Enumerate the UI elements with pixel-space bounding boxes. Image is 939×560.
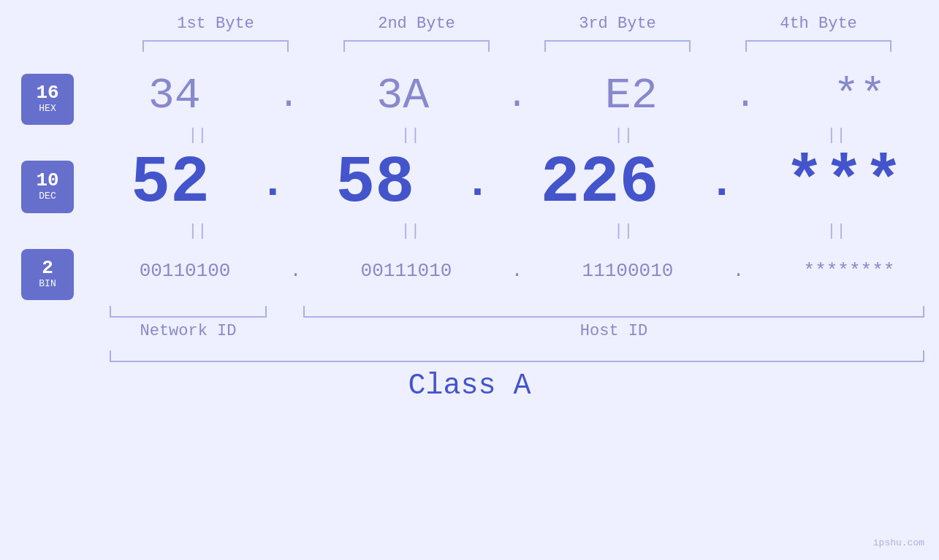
eq1-b3: || — [543, 126, 704, 145]
hex-byte4: ** — [833, 71, 886, 120]
hex-dot3: . — [734, 75, 756, 117]
class-bracket — [110, 350, 924, 362]
top-brackets — [115, 40, 919, 52]
dec-dot2: . — [464, 158, 490, 208]
dec-byte2: 58 — [335, 146, 414, 220]
dec-dot1: . — [259, 158, 286, 208]
bin-byte2: 00111010 — [361, 260, 452, 282]
dec-badge: 10 DEC — [21, 161, 74, 213]
bin-byte3: 11100010 — [582, 260, 674, 282]
bin-byte4: ******** — [804, 260, 895, 282]
dec-byte1: 52 — [131, 146, 210, 220]
bin-dot3: . — [733, 260, 745, 282]
dec-byte4: *** — [785, 146, 903, 220]
bin-badge: 2 BIN — [21, 249, 74, 300]
bin-dot2: . — [512, 260, 523, 282]
hex-badge: 16 HEX — [21, 74, 74, 125]
byte2-header: 2nd Byte — [336, 15, 497, 33]
eq1-b2: || — [330, 126, 491, 145]
eq2-b2: || — [330, 222, 491, 240]
main-container: 1st Byte 2nd Byte 3rd Byte 4th Byte 16 H… — [0, 0, 939, 560]
byte3-header: 3rd Byte — [537, 15, 698, 33]
host-bracket — [303, 306, 924, 318]
eq2-b1: || — [117, 222, 278, 240]
hex-dot1: . — [278, 75, 300, 117]
hex-byte3: E2 — [605, 71, 658, 120]
watermark: ipshu.com — [873, 537, 924, 548]
bin-dot1: . — [290, 260, 302, 282]
eq1-b4: || — [756, 126, 917, 145]
eq2-b3: || — [543, 222, 704, 240]
bin-byte1: 00110100 — [140, 260, 231, 282]
bracket-byte3 — [544, 40, 691, 52]
byte1-header: 1st Byte — [135, 15, 296, 33]
bracket-byte1 — [142, 40, 289, 52]
eq2-b4: || — [756, 222, 917, 240]
hex-byte2: 3A — [376, 71, 429, 120]
hex-byte1: 34 — [148, 71, 201, 120]
byte4-header: 4th Byte — [738, 15, 899, 33]
hex-dot2: . — [506, 75, 528, 117]
class-label: Class A — [408, 369, 531, 402]
host-id-label: Host ID — [303, 322, 924, 340]
bracket-byte2 — [343, 40, 490, 52]
network-id-label: Network ID — [110, 322, 267, 340]
dec-dot3: . — [709, 158, 735, 208]
eq1-b1: || — [117, 126, 278, 145]
network-bracket — [110, 306, 267, 318]
byte-headers-row: 1st Byte 2nd Byte 3rd Byte 4th Byte — [115, 15, 919, 33]
dec-byte3: 226 — [541, 146, 659, 220]
bracket-byte4 — [745, 40, 892, 52]
